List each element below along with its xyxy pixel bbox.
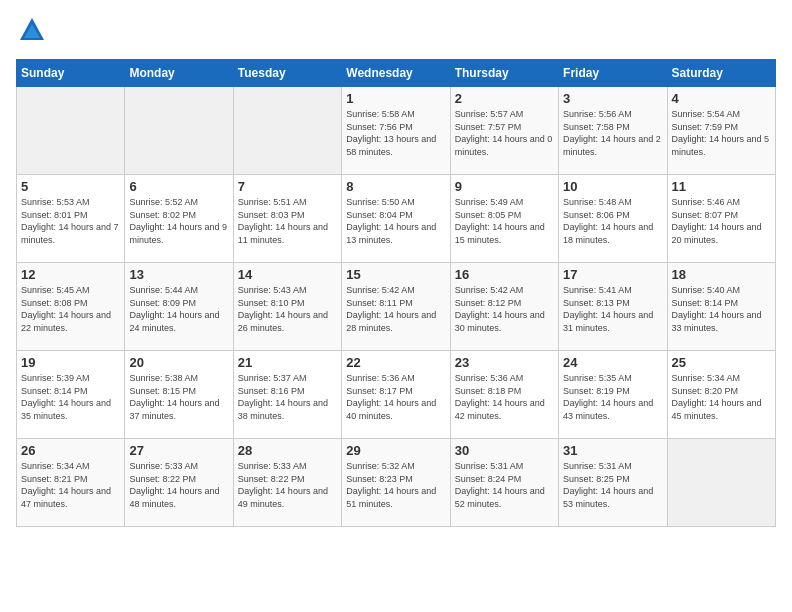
calendar-cell: 21Sunrise: 5:37 AMSunset: 8:16 PMDayligh… bbox=[233, 351, 341, 439]
day-number: 29 bbox=[346, 443, 445, 458]
day-number: 13 bbox=[129, 267, 228, 282]
day-info: Sunrise: 5:54 AMSunset: 7:59 PMDaylight:… bbox=[672, 108, 771, 158]
day-info: Sunrise: 5:56 AMSunset: 7:58 PMDaylight:… bbox=[563, 108, 662, 158]
day-number: 18 bbox=[672, 267, 771, 282]
day-number: 27 bbox=[129, 443, 228, 458]
day-info: Sunrise: 5:36 AMSunset: 8:18 PMDaylight:… bbox=[455, 372, 554, 422]
day-number: 1 bbox=[346, 91, 445, 106]
calendar-cell: 24Sunrise: 5:35 AMSunset: 8:19 PMDayligh… bbox=[559, 351, 667, 439]
calendar-cell: 13Sunrise: 5:44 AMSunset: 8:09 PMDayligh… bbox=[125, 263, 233, 351]
calendar-cell: 17Sunrise: 5:41 AMSunset: 8:13 PMDayligh… bbox=[559, 263, 667, 351]
calendar-cell: 25Sunrise: 5:34 AMSunset: 8:20 PMDayligh… bbox=[667, 351, 775, 439]
calendar-week-row: 12Sunrise: 5:45 AMSunset: 8:08 PMDayligh… bbox=[17, 263, 776, 351]
day-info: Sunrise: 5:33 AMSunset: 8:22 PMDaylight:… bbox=[238, 460, 337, 510]
calendar-cell: 20Sunrise: 5:38 AMSunset: 8:15 PMDayligh… bbox=[125, 351, 233, 439]
day-number: 31 bbox=[563, 443, 662, 458]
day-info: Sunrise: 5:50 AMSunset: 8:04 PMDaylight:… bbox=[346, 196, 445, 246]
calendar-cell: 7Sunrise: 5:51 AMSunset: 8:03 PMDaylight… bbox=[233, 175, 341, 263]
calendar-cell: 29Sunrise: 5:32 AMSunset: 8:23 PMDayligh… bbox=[342, 439, 450, 527]
day-number: 12 bbox=[21, 267, 120, 282]
day-number: 7 bbox=[238, 179, 337, 194]
weekday-header: Tuesday bbox=[233, 60, 341, 87]
day-info: Sunrise: 5:48 AMSunset: 8:06 PMDaylight:… bbox=[563, 196, 662, 246]
day-number: 14 bbox=[238, 267, 337, 282]
calendar-cell: 19Sunrise: 5:39 AMSunset: 8:14 PMDayligh… bbox=[17, 351, 125, 439]
calendar-cell: 6Sunrise: 5:52 AMSunset: 8:02 PMDaylight… bbox=[125, 175, 233, 263]
calendar-cell: 30Sunrise: 5:31 AMSunset: 8:24 PMDayligh… bbox=[450, 439, 558, 527]
calendar-cell: 27Sunrise: 5:33 AMSunset: 8:22 PMDayligh… bbox=[125, 439, 233, 527]
day-info: Sunrise: 5:52 AMSunset: 8:02 PMDaylight:… bbox=[129, 196, 228, 246]
day-number: 9 bbox=[455, 179, 554, 194]
day-number: 24 bbox=[563, 355, 662, 370]
day-number: 5 bbox=[21, 179, 120, 194]
weekday-header: Monday bbox=[125, 60, 233, 87]
logo-icon bbox=[18, 16, 46, 44]
weekday-header: Thursday bbox=[450, 60, 558, 87]
day-number: 4 bbox=[672, 91, 771, 106]
calendar-header bbox=[16, 16, 776, 49]
calendar-cell: 31Sunrise: 5:31 AMSunset: 8:25 PMDayligh… bbox=[559, 439, 667, 527]
calendar-cell: 4Sunrise: 5:54 AMSunset: 7:59 PMDaylight… bbox=[667, 87, 775, 175]
calendar-cell: 11Sunrise: 5:46 AMSunset: 8:07 PMDayligh… bbox=[667, 175, 775, 263]
day-number: 6 bbox=[129, 179, 228, 194]
calendar-cell bbox=[667, 439, 775, 527]
day-number: 3 bbox=[563, 91, 662, 106]
calendar-cell bbox=[17, 87, 125, 175]
day-info: Sunrise: 5:35 AMSunset: 8:19 PMDaylight:… bbox=[563, 372, 662, 422]
day-info: Sunrise: 5:33 AMSunset: 8:22 PMDaylight:… bbox=[129, 460, 228, 510]
day-number: 21 bbox=[238, 355, 337, 370]
calendar-week-row: 26Sunrise: 5:34 AMSunset: 8:21 PMDayligh… bbox=[17, 439, 776, 527]
day-number: 30 bbox=[455, 443, 554, 458]
day-number: 28 bbox=[238, 443, 337, 458]
calendar-header-row: SundayMondayTuesdayWednesdayThursdayFrid… bbox=[17, 60, 776, 87]
day-number: 20 bbox=[129, 355, 228, 370]
weekday-header: Saturday bbox=[667, 60, 775, 87]
day-info: Sunrise: 5:37 AMSunset: 8:16 PMDaylight:… bbox=[238, 372, 337, 422]
calendar-week-row: 5Sunrise: 5:53 AMSunset: 8:01 PMDaylight… bbox=[17, 175, 776, 263]
calendar-table: SundayMondayTuesdayWednesdayThursdayFrid… bbox=[16, 59, 776, 527]
day-number: 11 bbox=[672, 179, 771, 194]
calendar-cell: 16Sunrise: 5:42 AMSunset: 8:12 PMDayligh… bbox=[450, 263, 558, 351]
day-number: 10 bbox=[563, 179, 662, 194]
day-number: 25 bbox=[672, 355, 771, 370]
calendar-cell: 5Sunrise: 5:53 AMSunset: 8:01 PMDaylight… bbox=[17, 175, 125, 263]
day-info: Sunrise: 5:31 AMSunset: 8:24 PMDaylight:… bbox=[455, 460, 554, 510]
day-info: Sunrise: 5:41 AMSunset: 8:13 PMDaylight:… bbox=[563, 284, 662, 334]
calendar-cell: 10Sunrise: 5:48 AMSunset: 8:06 PMDayligh… bbox=[559, 175, 667, 263]
day-number: 8 bbox=[346, 179, 445, 194]
day-number: 19 bbox=[21, 355, 120, 370]
calendar-cell: 28Sunrise: 5:33 AMSunset: 8:22 PMDayligh… bbox=[233, 439, 341, 527]
day-info: Sunrise: 5:38 AMSunset: 8:15 PMDaylight:… bbox=[129, 372, 228, 422]
weekday-header: Friday bbox=[559, 60, 667, 87]
day-info: Sunrise: 5:40 AMSunset: 8:14 PMDaylight:… bbox=[672, 284, 771, 334]
calendar-cell: 1Sunrise: 5:58 AMSunset: 7:56 PMDaylight… bbox=[342, 87, 450, 175]
day-number: 2 bbox=[455, 91, 554, 106]
day-info: Sunrise: 5:31 AMSunset: 8:25 PMDaylight:… bbox=[563, 460, 662, 510]
calendar-cell: 26Sunrise: 5:34 AMSunset: 8:21 PMDayligh… bbox=[17, 439, 125, 527]
day-number: 16 bbox=[455, 267, 554, 282]
weekday-header: Wednesday bbox=[342, 60, 450, 87]
calendar-cell: 8Sunrise: 5:50 AMSunset: 8:04 PMDaylight… bbox=[342, 175, 450, 263]
day-number: 23 bbox=[455, 355, 554, 370]
day-info: Sunrise: 5:58 AMSunset: 7:56 PMDaylight:… bbox=[346, 108, 445, 158]
calendar-cell: 23Sunrise: 5:36 AMSunset: 8:18 PMDayligh… bbox=[450, 351, 558, 439]
calendar-week-row: 1Sunrise: 5:58 AMSunset: 7:56 PMDaylight… bbox=[17, 87, 776, 175]
day-info: Sunrise: 5:44 AMSunset: 8:09 PMDaylight:… bbox=[129, 284, 228, 334]
day-info: Sunrise: 5:34 AMSunset: 8:20 PMDaylight:… bbox=[672, 372, 771, 422]
calendar-cell: 18Sunrise: 5:40 AMSunset: 8:14 PMDayligh… bbox=[667, 263, 775, 351]
day-number: 17 bbox=[563, 267, 662, 282]
logo bbox=[16, 16, 46, 49]
calendar-cell: 3Sunrise: 5:56 AMSunset: 7:58 PMDaylight… bbox=[559, 87, 667, 175]
calendar-cell bbox=[233, 87, 341, 175]
day-info: Sunrise: 5:57 AMSunset: 7:57 PMDaylight:… bbox=[455, 108, 554, 158]
day-info: Sunrise: 5:42 AMSunset: 8:12 PMDaylight:… bbox=[455, 284, 554, 334]
day-info: Sunrise: 5:45 AMSunset: 8:08 PMDaylight:… bbox=[21, 284, 120, 334]
calendar-cell: 9Sunrise: 5:49 AMSunset: 8:05 PMDaylight… bbox=[450, 175, 558, 263]
day-number: 22 bbox=[346, 355, 445, 370]
day-info: Sunrise: 5:51 AMSunset: 8:03 PMDaylight:… bbox=[238, 196, 337, 246]
day-info: Sunrise: 5:43 AMSunset: 8:10 PMDaylight:… bbox=[238, 284, 337, 334]
day-info: Sunrise: 5:36 AMSunset: 8:17 PMDaylight:… bbox=[346, 372, 445, 422]
day-info: Sunrise: 5:32 AMSunset: 8:23 PMDaylight:… bbox=[346, 460, 445, 510]
day-info: Sunrise: 5:49 AMSunset: 8:05 PMDaylight:… bbox=[455, 196, 554, 246]
day-info: Sunrise: 5:46 AMSunset: 8:07 PMDaylight:… bbox=[672, 196, 771, 246]
